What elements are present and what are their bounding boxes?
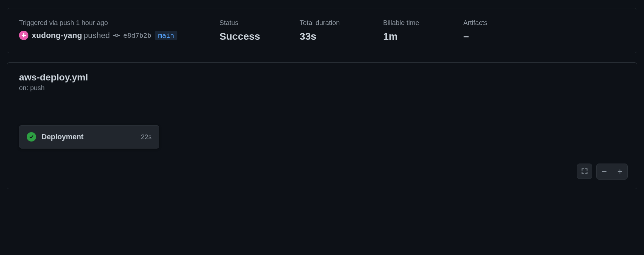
duration-value[interactable]: 33s: [300, 31, 363, 42]
zoom-controls: [577, 164, 628, 180]
status-column: Status Success: [219, 19, 280, 42]
trigger-column: Triggered via push 1 hour ago xudong-yan…: [19, 19, 199, 40]
status-label: Status: [219, 19, 280, 27]
workflow-event-line: on: push: [19, 84, 625, 92]
billable-column: Billable time 1m: [383, 19, 443, 42]
artifacts-column: Artifacts –: [463, 19, 517, 42]
zoom-out-button[interactable]: [597, 164, 612, 179]
user-avatar[interactable]: [19, 31, 28, 40]
zoom-group: [596, 164, 628, 180]
job-duration: 22s: [141, 133, 152, 141]
check-circle-icon: [27, 132, 36, 142]
job-name: Deployment: [41, 133, 136, 141]
workflow-file-name[interactable]: aws-deploy.yml: [19, 72, 625, 83]
branch-chip[interactable]: main: [155, 31, 177, 40]
artifacts-label: Artifacts: [463, 19, 517, 27]
username-link[interactable]: xudong-yang pushed: [32, 31, 110, 40]
billable-value[interactable]: 1m: [383, 31, 443, 42]
commit-icon: [113, 32, 120, 39]
fullscreen-button[interactable]: [577, 164, 592, 179]
action-word: pushed: [84, 31, 110, 40]
svg-point-0: [115, 34, 118, 37]
job-card-deployment[interactable]: Deployment 22s: [19, 125, 159, 149]
zoom-in-button[interactable]: [612, 164, 627, 179]
run-summary-panel: Triggered via push 1 hour ago xudong-yan…: [7, 8, 637, 53]
status-value: Success: [219, 31, 280, 42]
duration-column: Total duration 33s: [300, 19, 363, 42]
billable-label: Billable time: [383, 19, 443, 27]
artifacts-value: –: [463, 31, 517, 42]
username-text: xudong-yang: [32, 31, 82, 40]
trigger-label: Triggered via push 1 hour ago: [19, 19, 199, 27]
trigger-line: xudong-yang pushed e8d7b2b main: [19, 31, 199, 40]
duration-label: Total duration: [300, 19, 363, 27]
workflow-panel: aws-deploy.yml on: push Deployment 22s: [7, 62, 637, 189]
commit-sha-link[interactable]: e8d7b2b: [123, 31, 151, 39]
